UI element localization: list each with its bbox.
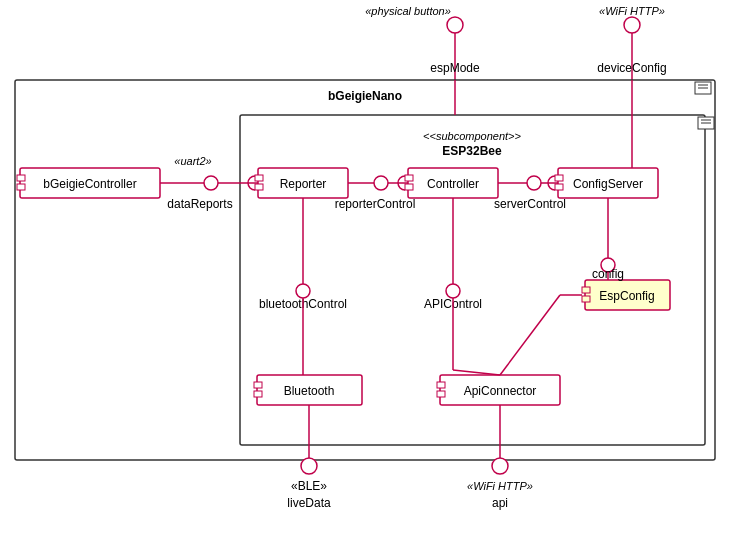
esp-mode-label: espMode	[430, 61, 480, 75]
svg-point-57	[301, 458, 317, 474]
esp32bee-stereotype: <<subcomponent>>	[423, 130, 521, 142]
controller-label: Controller	[427, 177, 479, 191]
reporter-control-label: reporterControl	[335, 197, 416, 211]
esp-config-label: EspConfig	[599, 289, 654, 303]
config-label: config	[592, 267, 624, 281]
esp32bee-title: ESP32Bee	[442, 144, 502, 158]
reporter-label: Reporter	[280, 177, 327, 191]
svg-rect-27	[405, 184, 413, 190]
bluetooth-label: Bluetooth	[284, 384, 335, 398]
uart2-label: «uart2»	[174, 155, 211, 167]
bgeigie-controller-label: bGeigieController	[43, 177, 136, 191]
api-label: api	[492, 496, 508, 510]
svg-point-59	[492, 458, 508, 474]
svg-point-42	[446, 284, 460, 298]
wifi-http-label-top: «WiFi HTTP»	[599, 5, 665, 17]
svg-rect-45	[254, 391, 262, 397]
svg-point-17	[204, 176, 218, 190]
svg-rect-20	[255, 175, 263, 181]
svg-rect-44	[254, 382, 262, 388]
svg-rect-33	[555, 184, 563, 190]
svg-rect-36	[582, 296, 590, 302]
svg-rect-32	[555, 175, 563, 181]
live-data-label: liveData	[287, 496, 331, 510]
svg-point-23	[374, 176, 388, 190]
svg-rect-21	[255, 184, 263, 190]
api-connector-label: ApiConnector	[464, 384, 537, 398]
svg-point-29	[527, 176, 541, 190]
svg-point-2	[447, 17, 463, 33]
server-control-label: serverControl	[494, 197, 566, 211]
svg-point-4	[624, 17, 640, 33]
svg-rect-47	[437, 382, 445, 388]
svg-rect-48	[437, 391, 445, 397]
bgeigie-nano-title: bGeigieNano	[328, 89, 402, 103]
svg-rect-14	[17, 175, 25, 181]
device-config-label: deviceConfig	[597, 61, 666, 75]
svg-point-40	[296, 284, 310, 298]
svg-rect-35	[582, 287, 590, 293]
physical-button-label: «physical button»	[365, 5, 451, 17]
data-reports-label: dataReports	[167, 197, 232, 211]
svg-rect-26	[405, 175, 413, 181]
config-server-label: ConfigServer	[573, 177, 643, 191]
wifi-http-label-bottom: «WiFi HTTP»	[467, 480, 533, 492]
svg-rect-15	[17, 184, 25, 190]
ble-stereotype-label: «BLE»	[291, 479, 327, 493]
